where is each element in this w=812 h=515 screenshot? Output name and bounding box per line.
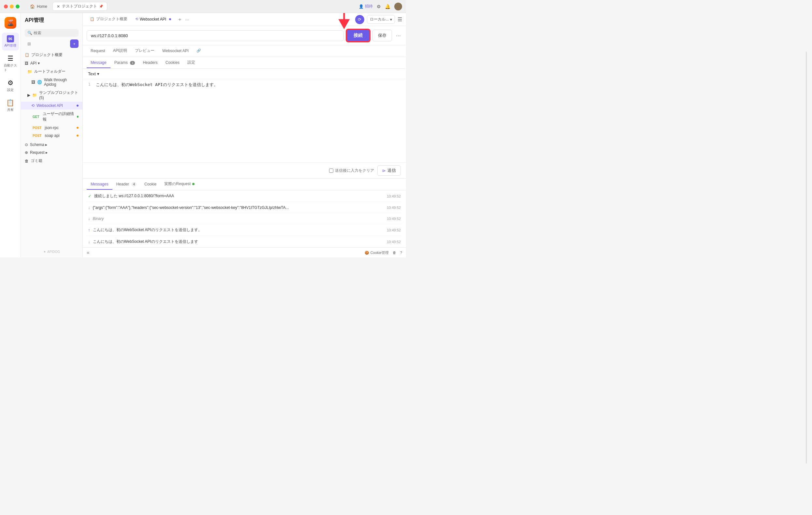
sidebar-item-api[interactable]: 96 API管理 bbox=[2, 33, 19, 51]
send-label: 送信 bbox=[387, 168, 396, 173]
cookie-management-button[interactable]: 🍪 Cookie管理 bbox=[365, 250, 389, 255]
type-chevron-icon: ▾ bbox=[97, 71, 99, 76]
nav-item-websocket-api[interactable]: ⟲ Websocket API bbox=[21, 102, 82, 110]
auto-test-icon: ☰ bbox=[7, 54, 13, 62]
sidebar-item-shared[interactable]: 📋 共有 bbox=[2, 96, 19, 115]
menu-icon[interactable]: ☰ bbox=[398, 16, 402, 23]
nav-item-soap-api[interactable]: POST soap api bbox=[21, 132, 82, 140]
add-button[interactable]: + bbox=[70, 39, 79, 48]
url-bar: 接続 保存 ··· bbox=[83, 26, 406, 45]
tab-project-overview[interactable]: 📋 プロジェクト概要 bbox=[87, 15, 130, 24]
nav-item-root-folder[interactable]: 📁 ルートフォルダー bbox=[21, 67, 82, 76]
project-overview-label: プロジェクト概要 bbox=[31, 52, 63, 58]
success-icon: ✓ bbox=[88, 194, 92, 199]
message-row-1[interactable]: ↓ {"args":{"form":"AAA"},"headers":{"sec… bbox=[87, 202, 402, 213]
add-tab-button[interactable]: + bbox=[176, 17, 184, 23]
messages-section: Messages Header 4 Cookie 実際のRequest ✓ 接続… bbox=[83, 178, 406, 248]
clear-checkbox[interactable] bbox=[329, 169, 334, 173]
msg-tab-settings[interactable]: 設定 bbox=[183, 57, 199, 68]
nav-item-sample-project[interactable]: ▶ 📁 サンプルプロジェクト (5) bbox=[21, 88, 82, 102]
type-selector[interactable]: Text ▾ bbox=[88, 71, 99, 76]
message-tabs: Message Params 1 Headers Cookies 設定 bbox=[83, 57, 406, 69]
nav-item-trash[interactable]: 🗑 ゴミ箱 bbox=[21, 156, 82, 165]
minimize-button[interactable] bbox=[10, 5, 14, 8]
nav-item-json-rpc[interactable]: POST json-rpc bbox=[21, 124, 82, 132]
clear-check: 送信後に入力をクリア bbox=[329, 168, 374, 173]
url-input[interactable] bbox=[87, 30, 344, 41]
help-icon: ? bbox=[400, 251, 402, 255]
msg-tab-cookies[interactable]: Cookies bbox=[162, 58, 183, 68]
sidebar-item-settings[interactable]: ⚙ 設定 bbox=[2, 76, 19, 95]
maximize-button[interactable] bbox=[16, 5, 20, 8]
message-row-3[interactable]: ↑ こんにちは、初のWebSocket APIのリクエストを送信します。 10:… bbox=[87, 224, 402, 236]
avatar[interactable] bbox=[394, 3, 402, 10]
walkthrough-label: Walk through Apidog bbox=[44, 78, 79, 87]
sub-tab-request[interactable]: Request bbox=[87, 46, 109, 56]
messages-tab-cookie[interactable]: Cookie bbox=[140, 179, 160, 190]
nav-item-user-detail[interactable]: GET ユーザーの詳細情報 bbox=[21, 110, 82, 124]
nav-item-walkthrough[interactable]: 🖼 🌐 Walk through Apidog bbox=[21, 76, 82, 88]
home-tab[interactable]: 🏠 Home bbox=[26, 3, 51, 10]
messages-tab-actual-request[interactable]: 実際のRequest bbox=[160, 179, 198, 190]
msg-tab-message[interactable]: Message bbox=[87, 58, 111, 68]
title-bar: 🏠 Home ✕ テストプロジェクト 📌 👤 招待 ⚙ 🔔 bbox=[0, 0, 406, 13]
app-logo: 🌋 bbox=[5, 17, 16, 29]
chevron-icon: ▶ bbox=[27, 93, 30, 97]
message-row-0[interactable]: ✓ 接続しました ws://127.0.0.1:8080/?form=AAA 1… bbox=[87, 190, 402, 202]
message-text-0: 接続しました ws://127.0.0.1:8080/?form=AAA bbox=[94, 193, 384, 199]
msg-tab-params[interactable]: Params 1 bbox=[111, 58, 139, 68]
delete-button[interactable]: 🗑 bbox=[393, 251, 396, 255]
walkthrough-icon: 🖼 bbox=[31, 80, 35, 84]
history-button[interactable]: ⟳ bbox=[355, 15, 364, 24]
more-tabs-button[interactable]: ··· bbox=[185, 17, 189, 22]
content-footer: « 🍪 Cookie管理 🗑 ? bbox=[83, 248, 406, 258]
tab-websocket-api[interactable]: ⟲ Websocket API bbox=[132, 15, 174, 24]
message-row-4[interactable]: ↓ こんにちは、初のWebSocket APIのリクエストを送信します 10:4… bbox=[87, 236, 402, 248]
bell-icon[interactable]: 🔔 bbox=[385, 4, 390, 9]
nav-item-api-root[interactable]: 🖼 API ▾ bbox=[21, 59, 82, 67]
more-button[interactable]: ··· bbox=[395, 31, 402, 40]
up-arrow-icon-3: ↑ bbox=[88, 228, 90, 232]
sub-tab-websocket-api[interactable]: Websocket API bbox=[158, 46, 193, 56]
sub-tab-link-icon[interactable]: 🔗 bbox=[193, 46, 205, 56]
message-text-1: {"args":{"form":"AAA"},"headers":{"sec-w… bbox=[93, 205, 384, 210]
footer-right: 🍪 Cookie管理 🗑 ? bbox=[365, 250, 402, 255]
nav-item-request[interactable]: ⊕ Request ▸ bbox=[21, 149, 82, 156]
message-row-2[interactable]: ↓ Binary 10:49:52 bbox=[87, 213, 402, 224]
auto-test-label: 自動テスト bbox=[4, 63, 17, 73]
nav-item-schema[interactable]: ⊙ Schema ▸ bbox=[21, 141, 82, 149]
project-tab-pin[interactable]: 📌 bbox=[99, 5, 103, 8]
sub-tab-api-desc[interactable]: API説明 bbox=[109, 45, 131, 57]
save-button[interactable]: 保存 bbox=[372, 30, 392, 41]
invite-label: 招待 bbox=[365, 4, 373, 9]
sub-tab-preview[interactable]: プレビュー bbox=[131, 45, 158, 57]
settings-icon: ⚙ bbox=[7, 79, 13, 87]
sidebar-item-auto-test[interactable]: ☰ 自動テスト bbox=[2, 52, 19, 75]
messages-tab-header[interactable]: Header 4 bbox=[112, 179, 140, 190]
msg-tab-headers[interactable]: Headers bbox=[139, 58, 161, 68]
connect-button[interactable]: 接続 bbox=[346, 29, 370, 42]
collapse-icon[interactable]: « bbox=[87, 250, 90, 256]
message-time-1: 10:49:52 bbox=[387, 206, 401, 209]
send-button[interactable]: ⊳ 送信 bbox=[377, 165, 401, 176]
help-button[interactable]: ? bbox=[400, 251, 402, 255]
project-tab-close[interactable]: ✕ bbox=[57, 4, 60, 9]
settings-icon[interactable]: ⚙ bbox=[377, 4, 381, 9]
message-time-0: 10:49:52 bbox=[387, 194, 401, 198]
cookie-icon: 🍪 bbox=[365, 251, 369, 255]
settings-label: 設定 bbox=[7, 88, 14, 92]
root-folder-icon: 📁 bbox=[27, 69, 32, 74]
search-input[interactable] bbox=[34, 31, 82, 35]
shared-icon: 📋 bbox=[6, 99, 14, 107]
filter-button[interactable]: ⊞ bbox=[25, 39, 33, 48]
nav-search-bar[interactable]: 🔍 bbox=[25, 29, 79, 37]
local-dropdown[interactable]: ローカル... ▾ bbox=[367, 15, 395, 24]
editor-text[interactable]: こんにちは、初のWebSocket APIのリクエストを送信します。 bbox=[96, 82, 218, 88]
close-button[interactable] bbox=[4, 5, 8, 8]
schema-label: Schema ▸ bbox=[30, 142, 47, 147]
invite-button[interactable]: 👤 招待 bbox=[359, 4, 373, 9]
messages-tab-messages[interactable]: Messages bbox=[87, 179, 112, 190]
nav-item-project-overview[interactable]: 📋 プロジェクト概要 bbox=[21, 51, 82, 59]
editor-toolbar: Text ▾ bbox=[83, 69, 406, 79]
project-tab[interactable]: ✕ テストプロジェクト 📌 bbox=[53, 2, 107, 11]
